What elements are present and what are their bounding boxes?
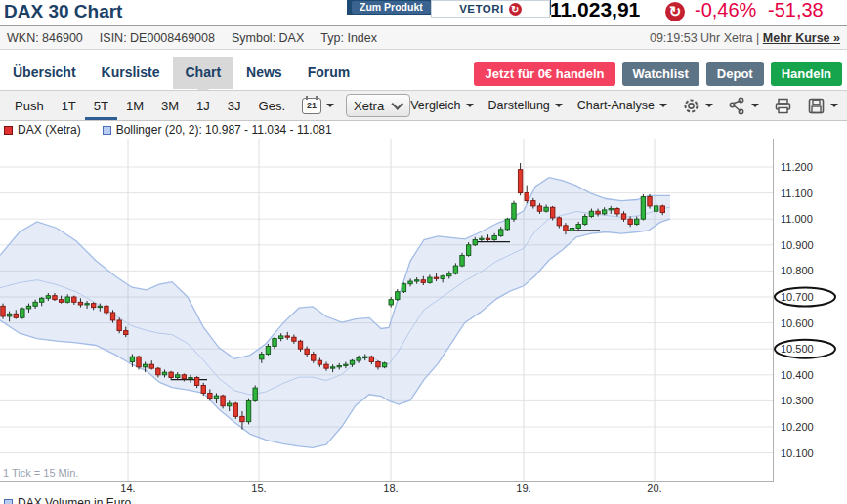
tab--bersicht[interactable]: Übersicht [0, 57, 89, 89]
brand-logo[interactable]: VETORI ↻ [431, 0, 550, 18]
quote-price: 11.023,91 [550, 0, 640, 21]
print-icon [774, 97, 792, 115]
legend-swatch [103, 126, 111, 135]
range-1j[interactable]: 1J [188, 92, 219, 120]
menu-darstellung[interactable]: Darstellung [488, 99, 563, 112]
svg-text:11.200: 11.200 [781, 161, 813, 173]
legend-item: Bollinger (20, 2): 10.987 - 11.034 - 11.… [103, 123, 332, 137]
svg-text:10.700: 10.700 [781, 291, 814, 303]
svg-text:10.600: 10.600 [781, 317, 814, 329]
save-button[interactable] [807, 97, 838, 115]
depot-button[interactable]: Depot [706, 62, 764, 86]
quote-time: 09:19:53 Uhr Xetra | Mehr Kurse » [650, 31, 840, 45]
legend-item: DAX (Xetra) [4, 123, 81, 137]
more-quotes-link[interactable]: Mehr Kurse » [763, 31, 840, 45]
tab-news[interactable]: News [233, 57, 295, 89]
chevron-down-icon [326, 104, 334, 111]
tab-list: ÜbersichtKurslisteChartNewsForum [0, 57, 362, 89]
instrument-field: Symbol: DAX [232, 31, 304, 45]
tick-interval-note: 1 Tick = 15 Min. [3, 467, 78, 479]
action-buttons: Jetzt für 0€ handelnWatchlistDepotHandel… [474, 62, 842, 86]
svg-text:10.400: 10.400 [781, 369, 814, 381]
svg-text:10.100: 10.100 [781, 447, 814, 459]
chevron-down-icon [392, 98, 404, 110]
separator: | [756, 31, 759, 45]
page: { "header": { "title": "DAX 30 Chart", "… [0, 0, 847, 504]
chevron-down-icon [830, 104, 838, 111]
chevron-down-icon [705, 104, 713, 111]
instrument-field: Typ: Index [320, 31, 377, 45]
exchange-value: Xetra [354, 99, 384, 113]
chevron-down-icon [555, 104, 563, 111]
range-selector: Push1T5T1M3M1J3JGes. [0, 92, 294, 120]
svg-text:19.: 19. [516, 483, 530, 494]
brand-name: VETORI [459, 3, 504, 15]
legend-label: DAX (Xetra) [18, 123, 81, 137]
range-1m[interactable]: 1M [117, 92, 152, 120]
quote-change-absolute: -51,38 [768, 0, 824, 21]
range-1t[interactable]: 1T [53, 92, 85, 120]
refresh-icon[interactable]: ↻ [665, 2, 685, 21]
handeln-button[interactable]: Handeln [771, 62, 842, 86]
svg-text:10.800: 10.800 [781, 265, 814, 276]
menu-chart-analyse[interactable]: Chart-Analyse [577, 99, 667, 112]
calendar-button[interactable]: 21 [302, 98, 334, 114]
svg-text:14.: 14. [120, 483, 135, 494]
chart-toolbar: Push1T5T1M3M1J3JGes. 21 Xetra VergleichD… [0, 90, 847, 121]
chart-legend: DAX (Xetra)Bollinger (20, 2): 10.987 - 1… [4, 123, 332, 137]
gear-icon [682, 97, 700, 115]
range-ges[interactable]: Ges. [250, 92, 294, 120]
exchange-select[interactable]: Xetra [346, 94, 410, 117]
instrument-field: ISIN: DE0008469008 [100, 31, 215, 45]
share-icon [728, 97, 746, 115]
page-title: DAX 30 Chart [4, 1, 122, 22]
range-5t[interactable]: 5T [85, 92, 117, 120]
refresh-icon: ↻ [509, 3, 522, 16]
tab-bar: ÜbersichtKurslisteChartNewsForum Jetzt f… [0, 57, 847, 90]
quote-timestamp: 09:19:53 Uhr Xetra [650, 31, 753, 45]
volume-swatch [4, 499, 13, 504]
svg-text:20.: 20. [647, 483, 661, 494]
save-icon [807, 97, 826, 115]
volume-legend: DAX Volumen in Euro [4, 496, 131, 504]
tab-kursliste[interactable]: Kursliste [89, 57, 173, 89]
tab-chart[interactable]: Chart [173, 57, 234, 89]
cta-trade-free-button[interactable]: Jetzt für 0€ handeln [474, 62, 614, 86]
gear-button[interactable] [682, 97, 713, 115]
print-button[interactable] [774, 97, 792, 115]
toolbar-menus: VergleichDarstellungChart-Analyse [410, 97, 847, 115]
zum-produkt-button[interactable]: Zum Produkt [352, 1, 431, 14]
svg-text:10.900: 10.900 [781, 239, 814, 251]
svg-text:11.000: 11.000 [781, 213, 813, 225]
svg-text:15.: 15. [251, 483, 266, 494]
legend-label: Bollinger (20, 2): 10.987 - 11.034 - 11.… [116, 123, 332, 137]
bollinger-band [0, 178, 670, 448]
instrument-bar: WKN: 846900ISIN: DE0008469008Symbol: DAX… [0, 25, 847, 50]
chevron-down-icon [466, 104, 474, 111]
y-axis-labels: 11.20011.10011.00010.90010.80010.70010.6… [781, 161, 814, 459]
price-chart[interactable]: 11.20011.10011.00010.90010.80010.70010.6… [0, 139, 847, 504]
x-axis-labels: 14.15.18.19.20. [120, 483, 661, 494]
svg-text:10.200: 10.200 [781, 421, 814, 433]
svg-text:10.500: 10.500 [781, 343, 814, 355]
svg-text:11.100: 11.100 [781, 188, 813, 199]
svg-text:18.: 18. [383, 483, 398, 494]
calendar-icon: 21 [302, 98, 321, 114]
range-3m[interactable]: 3M [152, 92, 188, 120]
svg-text:10.300: 10.300 [781, 395, 814, 406]
quote-change-percent: -0,46% [695, 0, 756, 21]
menu-vergleich[interactable]: Vergleich [410, 99, 473, 112]
share-button[interactable] [728, 97, 759, 115]
watchlist-button[interactable]: Watchlist [622, 62, 699, 86]
instrument-field: WKN: 846900 [7, 31, 83, 45]
tab-forum[interactable]: Forum [295, 57, 363, 89]
instrument-info: WKN: 846900ISIN: DE0008469008Symbol: DAX… [7, 31, 377, 45]
range-3j[interactable]: 3J [219, 92, 250, 120]
chevron-down-icon [659, 104, 667, 111]
legend-swatch [4, 126, 13, 135]
volume-legend-label: DAX Volumen in Euro [18, 496, 131, 504]
range-push[interactable]: Push [6, 92, 53, 120]
chevron-down-icon [751, 104, 759, 111]
promo-banner: Zum Produkt VETORI ↻ [347, 0, 551, 15]
